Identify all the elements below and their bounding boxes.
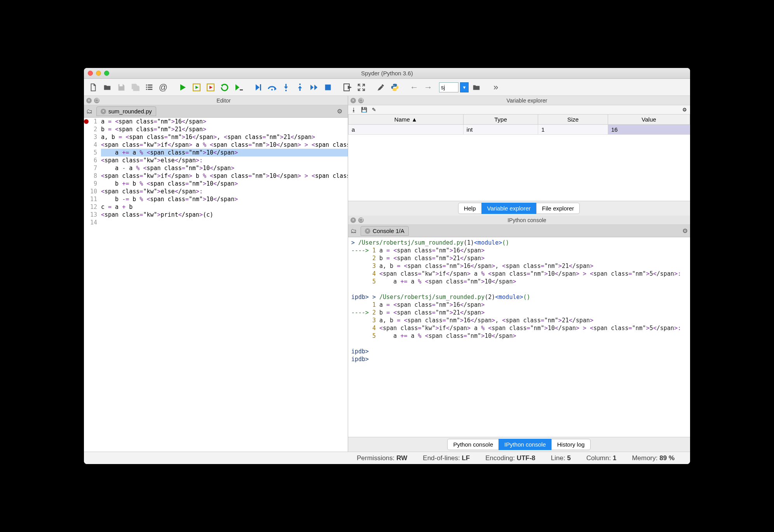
stop-debug-button[interactable] bbox=[322, 81, 334, 94]
varexp-options-icon[interactable]: ⚙ bbox=[682, 107, 687, 113]
status-memory-value: 89 % bbox=[659, 454, 675, 462]
ipython-console[interactable]: > /Users/robertsj/sum_rounded.py(1)<modu… bbox=[348, 237, 690, 437]
exit-debug-button[interactable] bbox=[341, 81, 354, 94]
status-column-label: Column: bbox=[586, 454, 611, 462]
var-col-value[interactable]: Value bbox=[608, 115, 690, 125]
var-col-type[interactable]: Type bbox=[463, 115, 538, 125]
back-button[interactable]: ← bbox=[408, 81, 420, 94]
status-memory-label: Memory: bbox=[632, 454, 657, 462]
debug-button[interactable] bbox=[252, 81, 264, 94]
editor-browse-icon[interactable]: 🗂 bbox=[86, 108, 95, 115]
editor-pane-undock[interactable]: ❐ bbox=[94, 98, 99, 103]
svg-rect-4 bbox=[146, 89, 147, 90]
browse-dir-button[interactable] bbox=[470, 81, 483, 94]
console-tab-label: Console 1/A bbox=[373, 228, 404, 234]
status-column-value: 1 bbox=[613, 454, 616, 462]
status-permissions-value: RW bbox=[396, 454, 407, 462]
status-encoding-label: Encoding: bbox=[485, 454, 515, 462]
working-dir-input[interactable] bbox=[439, 82, 458, 92]
step-out-button[interactable] bbox=[294, 81, 306, 94]
step-over-button[interactable] bbox=[266, 81, 278, 94]
open-file-button[interactable] bbox=[101, 81, 113, 94]
var-row[interactable]: aint116 bbox=[349, 125, 690, 135]
svg-point-11 bbox=[285, 90, 287, 91]
console-options-icon[interactable]: ⚙ bbox=[682, 227, 688, 235]
new-file-button[interactable] bbox=[87, 81, 99, 94]
maximize-pane-button[interactable] bbox=[355, 81, 368, 94]
save-button[interactable] bbox=[115, 81, 127, 94]
svg-rect-13 bbox=[325, 84, 331, 90]
toolbar-overflow-button[interactable]: » bbox=[490, 81, 502, 94]
tab-ipython-console[interactable]: IPython console bbox=[499, 439, 552, 450]
status-line-label: Line: bbox=[551, 454, 565, 462]
console-browse-icon[interactable]: 🗂 bbox=[350, 228, 359, 235]
editor-pane-title: Editor bbox=[102, 97, 345, 104]
tab-python-console[interactable]: Python console bbox=[447, 439, 499, 450]
editor-tab[interactable]: × sum_rounded.py bbox=[96, 106, 156, 116]
varexp-pane-close[interactable]: × bbox=[350, 98, 356, 103]
var-col-size[interactable]: Size bbox=[538, 115, 608, 125]
status-eol-label: End-of-lines: bbox=[423, 454, 460, 462]
console-tabs: Python consoleIPython consoleHistory log bbox=[348, 437, 690, 452]
working-dir-dropdown[interactable]: ▼ bbox=[460, 82, 469, 92]
main-toolbar: @ ← → ▼ » bbox=[84, 79, 690, 96]
editor-tab-close[interactable]: × bbox=[101, 109, 106, 114]
console-pane-undock[interactable]: ❐ bbox=[358, 217, 364, 223]
tab-history-log[interactable]: History log bbox=[551, 439, 591, 450]
app-window: Spyder (Python 3.6) @ ← → ▼ bbox=[84, 68, 690, 464]
varexp-pane-title: Variable explorer bbox=[366, 97, 688, 104]
variable-table[interactable]: Name ▲TypeSizeValue aint116 bbox=[348, 114, 690, 135]
status-permissions-label: Permissions: bbox=[357, 454, 394, 462]
svg-point-12 bbox=[299, 83, 301, 85]
svg-rect-3 bbox=[148, 87, 152, 88]
svg-rect-9 bbox=[260, 84, 261, 90]
status-bar: Permissions: RW End-of-lines: LF Encodin… bbox=[84, 452, 690, 464]
editor-options-icon[interactable]: ⚙ bbox=[337, 108, 345, 115]
code-editor[interactable]: 1234567891011121314a = <span class="nm">… bbox=[84, 118, 348, 452]
console-tab[interactable]: × Console 1/A bbox=[361, 226, 409, 236]
preferences-button[interactable] bbox=[375, 81, 387, 94]
python-path-button[interactable] bbox=[389, 81, 401, 94]
status-eol-value: LF bbox=[462, 454, 470, 462]
save-all-button[interactable] bbox=[129, 81, 141, 94]
console-tab-close[interactable]: × bbox=[365, 228, 370, 234]
status-line-value: 5 bbox=[567, 454, 570, 462]
varexp-save-button[interactable]: 💾 bbox=[361, 107, 367, 113]
editor-pane-header: × ❐ Editor bbox=[84, 96, 348, 105]
status-encoding-value: UTF-8 bbox=[517, 454, 535, 462]
run-selection-button[interactable] bbox=[232, 81, 245, 94]
continue-button[interactable] bbox=[308, 81, 320, 94]
console-pane-header: × ❐ IPython console bbox=[348, 216, 690, 225]
run-cell-advance-button[interactable] bbox=[204, 81, 217, 94]
svg-rect-1 bbox=[148, 84, 152, 85]
varexp-pane-undock[interactable]: ❐ bbox=[358, 98, 364, 103]
varexp-saveas-button[interactable]: ✎ bbox=[372, 107, 376, 113]
run-cell-button[interactable] bbox=[190, 81, 203, 94]
tab-file-explorer[interactable]: File explorer bbox=[536, 203, 580, 214]
at-button[interactable]: @ bbox=[157, 81, 169, 94]
console-pane-close[interactable]: × bbox=[350, 217, 356, 223]
list-button[interactable] bbox=[143, 81, 155, 94]
tab-variable-explorer[interactable]: Variable explorer bbox=[481, 203, 537, 214]
svg-rect-8 bbox=[240, 89, 243, 90]
varexp-tabs: HelpVariable explorerFile explorer bbox=[348, 201, 690, 216]
svg-rect-2 bbox=[146, 87, 147, 88]
varexp-import-button[interactable]: ⭳ bbox=[351, 107, 356, 113]
console-pane-title: IPython console bbox=[366, 217, 688, 223]
editor-pane-close[interactable]: × bbox=[86, 98, 92, 103]
tab-help[interactable]: Help bbox=[458, 203, 482, 214]
editor-tab-label: sum_rounded.py bbox=[108, 108, 152, 115]
window-title: Spyder (Python 3.6) bbox=[84, 70, 690, 76]
svg-point-10 bbox=[271, 89, 273, 90]
titlebar: Spyder (Python 3.6) bbox=[84, 68, 690, 79]
rerun-button[interactable] bbox=[218, 81, 231, 94]
run-button[interactable] bbox=[176, 81, 189, 94]
varexp-pane-header: × ❐ Variable explorer bbox=[348, 96, 690, 105]
var-col-name[interactable]: Name ▲ bbox=[349, 115, 464, 125]
svg-rect-0 bbox=[146, 84, 147, 85]
svg-rect-5 bbox=[148, 89, 152, 90]
forward-button[interactable]: → bbox=[422, 81, 434, 94]
step-into-button[interactable] bbox=[280, 81, 292, 94]
